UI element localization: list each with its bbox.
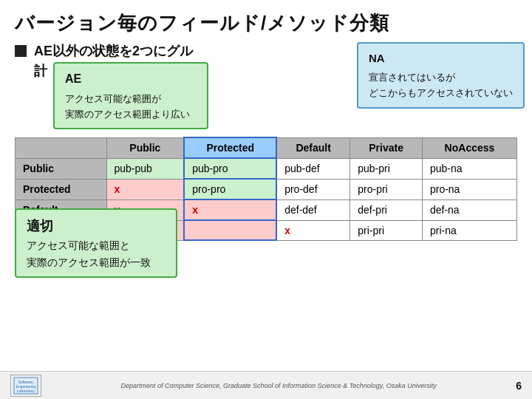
col-header-public: Public [106,137,184,158]
ae-tooltip-line2: 実際のアクセス範囲より広い [65,107,197,123]
cell-def-na: def-na [422,200,516,220]
cell-pri-def: x [276,220,350,240]
logo-box: Software, Engineering Laboratory [10,375,41,397]
cell-pub-pro: pub-pro [184,158,276,179]
cell-pro-def: pro-def [276,179,350,200]
cell-pub-na: pub-na [422,158,516,179]
tekisetsu-line2: 実際のアクセス範囲が一致 [27,254,166,270]
col-header-protected: Protected [184,137,276,158]
table-row: Protected x pro-pro pro-def pro-pri pro-… [16,179,517,200]
sel-logo-icon: Software, Engineering Laboratory [13,376,39,395]
page-title: バージョン毎のフィールド/メソッド分類 [0,0,532,42]
footer-dept: Department of Computer Science, Graduate… [41,382,516,389]
bullet-text-2: 計 [34,62,47,81]
cell-def-pro: x [184,200,276,220]
col-header-private: Private [350,137,423,158]
tekisetsu-title: 適切 [27,216,166,237]
col-header-empty [16,137,107,158]
cell-pri-pri: pri-pri [350,220,423,240]
na-tooltip-line2: どこからもアクセスされていない [369,86,513,101]
cell-pub-pri: pub-pri [350,158,423,179]
tekisetsu-tooltip: 適切 アクセス可能な範囲と 実際のアクセス範囲が一致 [15,208,177,278]
cell-pub-def: pub-def [276,158,350,179]
ae-tooltip-title: AE [65,69,197,89]
svg-text:Laboratory: Laboratory [17,389,35,393]
tekisetsu-line1: アクセス可能な範囲と [27,237,166,253]
cell-pro-pri: pro-pri [350,179,423,200]
cell-pro-na: pro-na [422,179,516,200]
cell-pro-pub: x [106,179,184,200]
ae-tooltip: AE アクセス可能な範囲が 実際のアクセス範囲より広い [53,62,208,129]
cell-def-pri: def-pri [350,200,423,220]
footer: Software, Engineering Laboratory Departm… [0,371,532,399]
table-container: Public Protected Default Private NoAcces… [15,137,517,241]
table-header-row: Public Protected Default Private NoAcces… [16,137,517,158]
cell-pri-pro [184,220,276,240]
bullet-text-1: AE以外の状態を2つにグル [34,42,208,61]
row-label-public: Public [16,158,107,179]
na-tooltip: NA 宣言されてはいるが どこからもアクセスされていない [357,42,525,109]
footer-page-number: 6 [516,380,522,392]
na-tooltip-line1: 宣言されてはいるが [369,70,513,86]
table-row: Public pub-pub pub-pro pub-def pub-pri p… [16,158,517,179]
row-label-protected: Protected [16,179,107,200]
cell-def-def: def-def [276,200,350,220]
cell-pro-pro: pro-pro [184,179,276,200]
col-header-default: Default [276,137,350,158]
ae-tooltip-line1: アクセス可能な範囲が [65,92,197,107]
na-tooltip-title: NA [369,50,513,67]
cell-pri-na: pri-na [422,220,516,240]
footer-logo: Software, Engineering Laboratory [10,375,41,397]
cell-pub-pub: pub-pub [106,158,184,179]
col-header-noaccess: NoAccess [422,137,516,158]
bullet-icon [15,45,27,57]
